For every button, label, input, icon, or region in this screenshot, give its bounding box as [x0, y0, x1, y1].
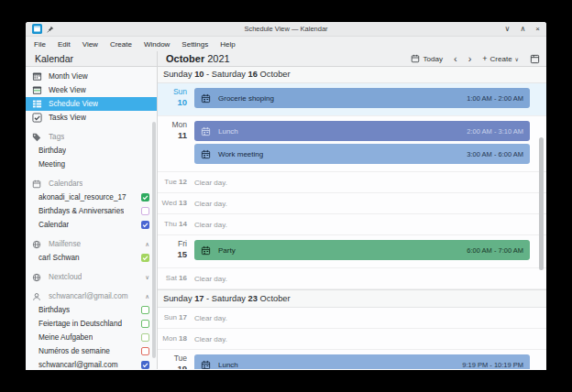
sidebar-item-month-view[interactable]: Month View [26, 70, 157, 83]
day-number: 14 [179, 220, 187, 228]
event-time: 6:00 AM - 7:00 AM [467, 246, 523, 255]
day-name: Tue [158, 354, 187, 364]
week-header: Sunday 17 - Saturday 23 October [158, 289, 546, 308]
event-title: Work meeting [218, 150, 263, 158]
event-party[interactable]: Party6:00 AM - 7:00 AM [194, 240, 530, 260]
calendar-checkbox[interactable] [141, 193, 149, 201]
day-label: Sun10 [158, 83, 192, 115]
event-work-meeting[interactable]: Work meeting3:00 AM - 6:00 AM [194, 144, 530, 164]
event-calendar-icon [201, 245, 211, 256]
day-number: 10 [158, 97, 187, 108]
day-number: 19 [158, 364, 187, 369]
maximize-button[interactable]: ∧ [520, 26, 525, 33]
sidebar-item-feiertage-in-deutschland[interactable]: Feiertage in Deutschland [26, 317, 157, 331]
tasks-view-icon [32, 113, 43, 123]
day-number: 12 [179, 178, 187, 186]
event-grocerie-shoping[interactable]: Grocerie shoping1:00 AM - 2:00 AM [194, 88, 530, 108]
calendar-checkbox[interactable] [141, 221, 149, 229]
day-label: Thu 14 [158, 214, 192, 234]
section-header-label: schwancarl@gmail.com [49, 292, 128, 300]
sidebar-item-schwancarl-gmail-com[interactable]: schwancarl@gmail.com [26, 358, 157, 369]
calendar-checkbox[interactable] [141, 347, 149, 355]
calendar-checkbox[interactable] [141, 320, 149, 328]
menu-item-window[interactable]: Window [144, 40, 170, 49]
sidebar-item-birthdays[interactable]: Birthdays [26, 303, 157, 317]
chevron-down-icon: ∨ [515, 56, 519, 62]
plus-icon: + [482, 54, 487, 63]
sidebar-section-tags[interactable]: Tags [26, 130, 157, 144]
sidebar-item-calendar[interactable]: Calendar [26, 218, 157, 232]
calendar-panel-icon [530, 54, 540, 64]
event-lunch[interactable]: Lunch9:19 PM - 10:19 PM [194, 354, 530, 369]
schedule-day-row: Mon11Lunch2:00 AM - 3:10 AMWork meeting3… [158, 116, 546, 172]
sidebar-scrollbar-thumb[interactable] [152, 122, 156, 358]
sidebar-item-schedule-view[interactable]: Schedule View [26, 97, 157, 111]
sidebar-item-label: Numéros de semaine [38, 347, 110, 355]
event-time: 2:00 AM - 3:10 AM [467, 127, 523, 136]
sidebar-item-meeting[interactable]: Meeting [26, 158, 157, 171]
menu-item-file[interactable]: File [34, 40, 46, 49]
schedule-view: Sunday 10 - Saturday 16 OctoberSun10Groc… [158, 67, 546, 369]
sidebar-item-akonadi-ical-resource-17[interactable]: akonadi_ical_resource_17 [26, 191, 157, 204]
schedule-day-row: Wed 13Clear day. [158, 193, 546, 214]
toolbar: Kalendar October 2021 Today ‹ › + Create… [26, 51, 546, 67]
sidebar-item-label: Birthdays & Anniversaries [38, 207, 124, 215]
schedule-day-row: Sun 17Clear day. [158, 308, 546, 329]
sidebar-item-label: Feiertage in Deutschland [38, 320, 122, 328]
schedule-day-row: Mon 18Clear day. [158, 329, 546, 350]
chevron-up-icon[interactable]: ∧ [145, 241, 149, 248]
sidebar-section-schwancarl-gmail-com[interactable]: schwancarl@gmail.com∧ [26, 289, 157, 303]
day-label: Tue 12 [158, 172, 192, 192]
calendar-checkbox[interactable] [141, 254, 149, 262]
sidebar-item-meine-aufgaben[interactable]: Meine Aufgaben [26, 331, 157, 344]
year-label: 2021 [207, 53, 229, 64]
calendar-checkbox[interactable] [141, 333, 149, 342]
titlebar: Schedule View — Kalendar ∨ ∧ × [26, 22, 546, 37]
main-scrollbar-thumb[interactable] [539, 137, 544, 270]
tag-icon [32, 133, 43, 142]
chevron-up-icon[interactable]: ∧ [145, 293, 149, 300]
event-calendar-icon [201, 360, 211, 370]
sidebar-section-nextcloud[interactable]: Nextcloud∨ [26, 270, 157, 284]
day-name: Thu [164, 220, 177, 228]
close-button[interactable]: × [535, 26, 540, 33]
globe-icon [32, 273, 43, 282]
pin-icon[interactable] [47, 26, 54, 33]
schedule-day-row: Tue 12Clear day. [158, 172, 546, 193]
menu-item-edit[interactable]: Edit [58, 40, 71, 49]
day-name: Sun [164, 313, 177, 321]
section-header-label: Mailfense [49, 240, 81, 248]
day-number: 17 [179, 313, 187, 321]
section-header-label: Tags [49, 133, 64, 141]
sidebar-item-carl-schwan[interactable]: carl Schwan [26, 251, 157, 265]
calendar-checkbox[interactable] [141, 361, 149, 369]
sidebar-item-label: Tasks View [49, 114, 86, 122]
create-button[interactable]: + Create ∨ [480, 53, 521, 64]
next-button[interactable]: › [467, 53, 474, 65]
schedule-day-row: Sat 16Clear day. [158, 268, 546, 289]
menu-item-view[interactable]: View [82, 40, 98, 49]
day-number: 11 [158, 130, 187, 141]
event-lunch[interactable]: Lunch2:00 AM - 3:10 AM [194, 121, 530, 141]
sidebar-item-week-view[interactable]: Week View [26, 83, 157, 97]
sidebar-item-birthdays-anniversaries[interactable]: Birthdays & Anniversaries [26, 204, 157, 218]
sidebar-item-num-ros-de-semaine[interactable]: Numéros de semaine [26, 344, 157, 358]
minimize-button[interactable]: ∨ [505, 26, 511, 33]
menu-item-create[interactable]: Create [110, 40, 132, 49]
menu-item-settings[interactable]: Settings [182, 40, 208, 49]
today-button[interactable]: Today [409, 53, 445, 64]
calendar-checkbox[interactable] [141, 306, 149, 314]
week-view-icon [32, 85, 43, 95]
sidebar-section-calendars[interactable]: Calendars [26, 177, 157, 191]
day-name: Mon [162, 334, 177, 343]
sidebar-item-tasks-view[interactable]: Tasks View [26, 111, 157, 125]
sidebar-section-mailfense[interactable]: Mailfense∧ [26, 237, 157, 251]
previous-button[interactable]: ‹ [452, 53, 459, 65]
event-title: Lunch [218, 361, 238, 369]
calendar-checkbox[interactable] [141, 207, 149, 215]
day-label: Sat 16 [158, 268, 192, 289]
sidebar-item-birthday[interactable]: Birthday [26, 144, 157, 158]
menu-item-help[interactable]: Help [220, 40, 235, 49]
calendar-panel-button[interactable] [528, 53, 542, 65]
chevron-down-icon[interactable]: ∨ [145, 274, 149, 281]
